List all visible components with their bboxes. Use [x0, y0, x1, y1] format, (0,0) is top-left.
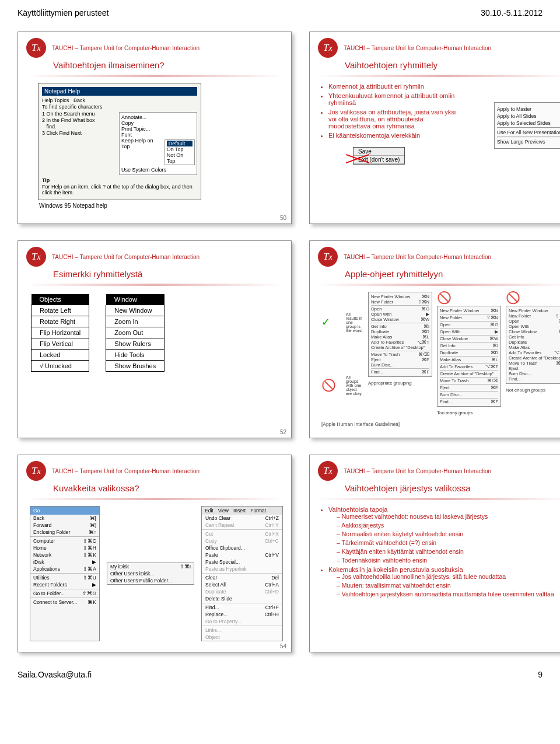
menu-row: Links... — [202, 627, 282, 634]
sub-bullet: Normaalisti eniten käytetyt vaihtoehdot … — [337, 530, 560, 537]
notepad-screenshot: Notepad Help Help Topics Back To find sp… — [38, 83, 201, 200]
tauchi-logo: Tx — [26, 247, 46, 267]
menu-row: Network⇧⌘K — [30, 551, 99, 558]
divider — [26, 498, 283, 500]
menu-row: Utilities⇧⌘U — [30, 574, 99, 581]
table-row: Hide Tools — [106, 350, 164, 361]
table-row: Zoom Out — [106, 327, 164, 338]
menu-row: Open With▶ — [440, 329, 498, 334]
example-caption: Appropriate grouping — [368, 380, 432, 386]
menu-row: Eject⌘E — [440, 385, 498, 390]
menu-row: Forward⌘] — [30, 522, 99, 529]
sub-list: Numeeriset vaihtoehdot: nouseva tai lask… — [337, 513, 560, 564]
sub-bullet: Tärkeimmät vaihtoehdot (=?) ensin — [337, 539, 560, 546]
menu-row: Find...⌘F — [440, 399, 498, 404]
sub-item: Not On Top — [167, 152, 192, 164]
page-header: Käyttöliittymien perusteet 30.10.-5.11.2… — [18, 8, 542, 18]
sub-bullet: Käyttäjän eniten käyttämät vaihtoehdot e… — [337, 548, 560, 555]
slide-title: Esimerkki ryhmittelystä — [53, 269, 283, 279]
menu-row: New Finder Window⌘N — [371, 294, 429, 299]
menu-row: Object — [202, 634, 282, 641]
menu-row: Close Window⌘W — [440, 336, 498, 341]
divider — [26, 284, 283, 286]
slide-meta: TAUCHI – Tampere Unit for Computer-Human… — [344, 45, 491, 51]
slide-meta: TAUCHI – Tampere Unit for Computer-Human… — [52, 45, 200, 51]
sub-bullet: Numeeriset vaihtoehdot: nouseva tai lask… — [337, 513, 560, 520]
edit-menu: Edit View Insert Format Undo ClearCtrl+Z… — [201, 506, 283, 641]
menu-row: Open⌘O — [371, 306, 429, 312]
table-row: Show Brushes — [106, 361, 164, 372]
menu-row: Create Archive of "Desktop" — [509, 355, 560, 361]
bullet: Komennot ja attribuutit eri ryhmiin — [328, 83, 463, 90]
menu-row: Make Alias⌘L — [440, 357, 498, 362]
tauchi-logo: Tx — [318, 247, 338, 267]
sub-bullet: Todennäköisin vaihtoehto ensin — [337, 557, 560, 564]
bullet: Jos valikossa on attribuutteja, joista v… — [328, 109, 463, 130]
menu-row: Paste Special... — [202, 558, 282, 565]
tauchi-logo: Tx — [26, 461, 46, 481]
ctx-item: Print Topic... — [121, 126, 195, 132]
slide-53: Tx TAUCHI – Tampere Unit for Computer-Hu… — [309, 240, 560, 438]
menu-row: Can't RepeatCtrl+Y — [202, 522, 282, 529]
menu-row: Duplicate⌘D — [371, 329, 429, 334]
sub-list: Jos vaihtoehdoilla luonnollinen järjesty… — [337, 573, 560, 598]
tauchi-logo: Tx — [26, 38, 46, 58]
menu-row: Get Info⌘I — [371, 324, 429, 329]
prohibit-icon: 🚫 — [321, 379, 341, 391]
menu-row: Save — [354, 148, 404, 156]
menu-row: Recent Folders▶ — [30, 581, 99, 588]
menu-row: DuplicateCtrl+D — [202, 588, 282, 595]
menu-row: Enclosing Folder⌘↑ — [30, 529, 99, 536]
menu-row: PasteCtrl+V — [202, 551, 282, 558]
slide-meta: TAUCHI – Tampere Unit for Computer-Human… — [344, 468, 491, 474]
menu-row: Applications⇧⌘A — [30, 565, 99, 572]
table-row: Unlocked — [45, 362, 72, 369]
menu-row: Eject⌘E — [371, 357, 429, 362]
menu-row: Connect to Server...⌘K — [30, 599, 99, 606]
menu-row: New Folder⇧⌘N — [371, 299, 429, 305]
table-row: Rotate Left — [32, 305, 89, 316]
menu-row: Create Archive of "Desktop" — [440, 371, 498, 376]
ctx-item: Font — [121, 132, 195, 138]
slide-number: 54 — [280, 643, 286, 649]
menu-row: Make Alias⌘L — [509, 345, 560, 350]
menu-row: CopyCtrl+C — [202, 537, 282, 544]
menu-row: ClearDel — [202, 574, 282, 581]
menu-row: Undo ClearCtrl+Z — [202, 515, 282, 522]
menu-row: Exit (don't save) — [354, 156, 404, 164]
menu-row: New Folder⇧⌘N — [440, 315, 498, 320]
tauchi-logo: Tx — [318, 461, 338, 481]
bullet-list: Vaihtoehtoisia tapoja Numeeriset vaihtoe… — [328, 506, 560, 598]
menu-row: Burn Disc... — [371, 362, 429, 368]
menu-row: Computer⇧⌘C — [30, 537, 99, 544]
slides-grid: Tx TAUCHI – Tampere Unit for Computer-Hu… — [18, 32, 542, 652]
menu-row: Select AllCtrl+A — [202, 581, 282, 588]
menu-row: Move To Trash⌘⌫ — [509, 361, 560, 366]
table-header: Objects — [32, 294, 89, 305]
menu-row: Move To Trash⌘⌫ — [440, 378, 498, 383]
apple-examples: ✓ 🚫 All results in one group is the wors… — [321, 292, 560, 415]
table-row: New Window — [106, 305, 164, 316]
table-row: Zoom In — [106, 316, 164, 327]
menu-row: New Folder⇧⌘N — [509, 313, 560, 319]
bullet: Yhteenkuuluvat komennot ja attribuutit o… — [328, 92, 463, 106]
menu-row: Open With▶ — [371, 312, 429, 317]
caption: Windows 95 Notepad help — [39, 202, 283, 209]
source-citation: [Apple Human Interface Guidelines] — [321, 421, 560, 427]
menu-row: New Finder Window⌘N — [509, 308, 560, 313]
menubar-item: Insert — [233, 508, 246, 514]
check-icon: √ — [40, 362, 45, 369]
help-topics: Help Topics — [42, 97, 69, 103]
sub-item: Default — [167, 141, 192, 146]
table-row: Locked — [32, 350, 89, 361]
keep-label: Keep Help on Top — [121, 138, 162, 167]
menu-row: New Finder Window⌘N — [440, 308, 498, 313]
bullet: Kokemuksiin ja kokeisiin perustuvia suos… — [328, 566, 463, 573]
ctx-item: Copy — [121, 120, 195, 126]
bad-menu-example: Save Exit (don't save) — [353, 147, 405, 165]
menu-row: Replace...Ctrl+H — [202, 611, 282, 618]
prohibit-icon: 🚫 — [437, 292, 501, 303]
slide-50: Tx TAUCHI – Tampere Unit for Computer-Hu… — [18, 32, 292, 224]
slide-number: 52 — [280, 429, 286, 435]
side-label: All groups with one object are okay — [346, 375, 363, 396]
